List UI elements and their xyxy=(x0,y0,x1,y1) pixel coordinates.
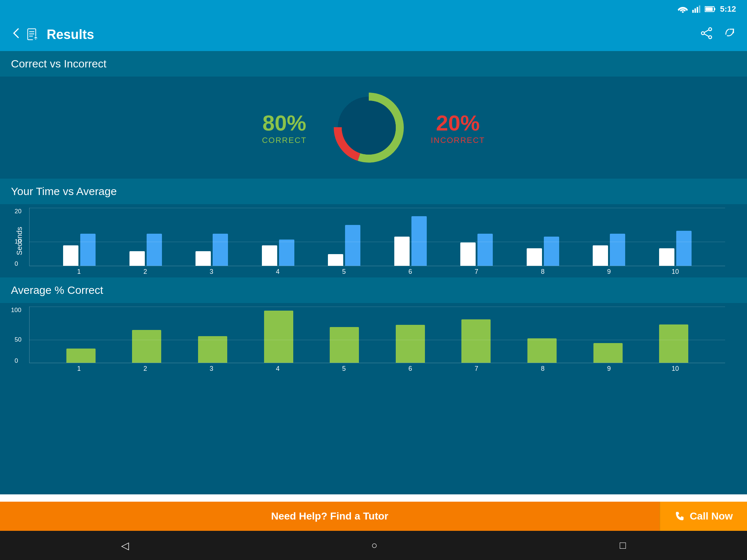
avg-correct-bar xyxy=(659,324,688,363)
correct-percentage: 80% xyxy=(262,110,307,136)
your-time-bar xyxy=(328,254,343,266)
bar-col-avg xyxy=(264,311,293,363)
x-label-time: 9 xyxy=(593,268,626,276)
x-label-avg: 1 xyxy=(63,365,96,373)
grid-line-50 xyxy=(29,340,725,340)
correct-incorrect-header: Correct vs Incorrect xyxy=(0,51,747,77)
avg-time-bar xyxy=(676,231,692,266)
avg-time-bar xyxy=(147,234,162,266)
x-label-avg: 3 xyxy=(195,365,228,373)
grid-line-100 xyxy=(29,307,725,307)
donut-section: 80% CORRECT 20% INCORRECT xyxy=(0,77,747,179)
bar-col-time xyxy=(129,234,162,266)
svg-rect-7 xyxy=(705,7,713,11)
call-now-button[interactable]: Call Now xyxy=(659,502,747,531)
x-label-time: 1 xyxy=(63,268,96,276)
recent-nav-button[interactable]: □ xyxy=(620,540,626,551)
correct-text: CORRECT xyxy=(262,136,307,145)
share-button[interactable] xyxy=(700,27,713,42)
help-text: Need Help? Find a Tutor xyxy=(271,510,388,522)
x-label-avg: 8 xyxy=(526,365,559,373)
your-time-bar xyxy=(262,245,277,266)
avg-correct-chart-area: 100 50 0 12345678910 xyxy=(0,303,747,494)
your-time-bar xyxy=(129,251,145,266)
bar-pair-time xyxy=(394,216,427,266)
bar-col-avg xyxy=(330,327,359,363)
your-time-bar xyxy=(196,251,211,266)
bar-pair-time xyxy=(262,240,294,266)
bar-col-avg xyxy=(198,336,227,363)
svg-line-16 xyxy=(704,30,709,32)
bar-col-time xyxy=(460,234,493,266)
x-label-time: 3 xyxy=(195,268,228,276)
grid-line-top xyxy=(29,208,725,208)
phone-icon xyxy=(674,511,685,522)
bar-col-avg xyxy=(659,324,688,363)
x-label-time: 4 xyxy=(262,268,294,276)
bar-col-time xyxy=(63,234,96,266)
incorrect-text: INCORRECT xyxy=(431,136,485,145)
replay-button[interactable] xyxy=(724,27,736,42)
document-icon xyxy=(26,28,39,41)
time-chart-header: Your Time vs Average xyxy=(0,179,747,204)
time-display: 5:12 xyxy=(720,4,736,14)
avg-correct-bar xyxy=(396,325,425,363)
app-bar: Results xyxy=(0,18,747,51)
bar-col-avg xyxy=(461,319,491,363)
svg-point-21 xyxy=(342,101,396,155)
avg-correct-bar xyxy=(132,330,161,363)
avg-bars-container xyxy=(29,307,725,363)
bar-col-avg xyxy=(396,325,425,363)
avg-correct-bar xyxy=(593,343,623,363)
avg-time-bar xyxy=(345,225,360,266)
action-icons xyxy=(700,27,736,42)
avg-x-labels: 12345678910 xyxy=(29,365,725,373)
y-tick-10: 10 xyxy=(15,238,22,245)
back-nav-button[interactable]: ◁ xyxy=(121,540,129,552)
y-tick-50: 50 xyxy=(15,336,22,343)
bar-col-time xyxy=(394,216,427,266)
back-button[interactable] xyxy=(11,27,23,42)
bar-col-avg xyxy=(527,338,557,363)
your-time-bar xyxy=(460,242,476,266)
svg-point-15 xyxy=(709,36,712,39)
avg-correct-header: Average % Correct xyxy=(0,277,747,303)
avg-time-bar xyxy=(544,237,559,266)
signal-icon xyxy=(692,5,700,13)
y-tick-100: 100 xyxy=(11,307,21,314)
svg-rect-4 xyxy=(699,5,700,13)
x-label-avg: 5 xyxy=(328,365,360,373)
avg-correct-bar xyxy=(198,336,227,363)
avg-correct-bar xyxy=(66,349,96,363)
bar-col-avg xyxy=(593,343,623,363)
svg-point-13 xyxy=(709,28,712,31)
your-time-bar xyxy=(63,245,78,266)
x-label-time: 6 xyxy=(394,268,427,276)
bar-col-time xyxy=(593,234,625,266)
x-label-time: 5 xyxy=(328,268,360,276)
your-time-bar xyxy=(394,237,410,266)
home-nav-button[interactable]: ○ xyxy=(371,540,378,551)
avg-correct-bar xyxy=(330,327,359,363)
avg-time-bar xyxy=(80,234,96,266)
incorrect-percentage: 20% xyxy=(431,110,485,136)
avg-correct-bar xyxy=(461,319,491,363)
x-label-avg: 2 xyxy=(129,365,162,373)
svg-rect-2 xyxy=(694,8,696,13)
x-label-avg: 6 xyxy=(394,365,427,373)
bar-pair-time xyxy=(63,234,96,266)
y-tick-0-avg: 0 xyxy=(15,357,18,365)
avg-time-bar xyxy=(477,234,493,266)
time-chart-inner: 20 10 0 12345678910 xyxy=(29,208,725,276)
avg-time-bar xyxy=(411,216,427,266)
bar-pair-time xyxy=(593,234,625,266)
y-tick-0: 0 xyxy=(15,260,18,268)
bar-pair-time xyxy=(328,225,360,266)
battery-icon xyxy=(705,5,716,13)
x-label-avg: 9 xyxy=(593,365,626,373)
svg-rect-3 xyxy=(697,7,698,13)
time-chart-area: Seconds 20 10 0 12345678910 xyxy=(0,204,747,277)
bar-pair-time xyxy=(196,234,228,266)
x-label-avg: 10 xyxy=(659,365,692,373)
grid-line-mid xyxy=(29,242,725,242)
